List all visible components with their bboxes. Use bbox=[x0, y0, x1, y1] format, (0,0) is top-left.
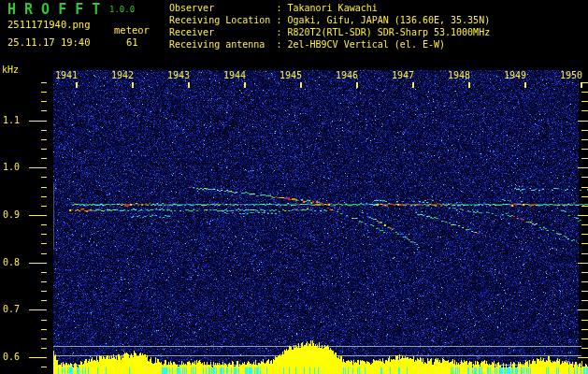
x-tick-label-1943: 1943 bbox=[166, 71, 191, 80]
info-row-receiving-location: Receiving Location : Ogaki, Gifu, JAPAN … bbox=[169, 16, 490, 25]
x-tick-label-1950: 1950 bbox=[559, 71, 583, 80]
y-tick-label-0.7: 0.7 bbox=[3, 305, 20, 314]
x-tick-label-1947: 1947 bbox=[391, 71, 415, 80]
info-row-receiving-antenna: Receiving antenna : 2el-HB9CV Vertical (… bbox=[169, 40, 445, 50]
echo-count: 61 bbox=[126, 37, 138, 48]
app-version: 1.0.0 bbox=[109, 6, 135, 14]
x-tick-label-1949: 1949 bbox=[503, 71, 527, 80]
info-row-observer: Observer : Takanori Kawachi bbox=[169, 4, 378, 13]
x-tick-label-1942: 1942 bbox=[110, 71, 135, 80]
mode-label: meteor bbox=[114, 25, 150, 36]
hrofft-screen: H R O F F T 1.0.0 2511171940.png meteor … bbox=[0, 0, 588, 374]
x-tick-label-1948: 1948 bbox=[447, 71, 471, 80]
x-tick-label-1945: 1945 bbox=[279, 71, 303, 80]
info-row-receiver: Receiver : R820T2(RTL-SDR) SDR-Sharp 53.… bbox=[169, 28, 490, 37]
app-title: H R O F F T bbox=[7, 3, 100, 17]
y-tick-label-0.8: 0.8 bbox=[3, 258, 20, 267]
y-tick-label-0.9: 0.9 bbox=[3, 210, 20, 220]
x-tick-label-1944: 1944 bbox=[222, 71, 247, 80]
y-tick-label-1.1: 1.1 bbox=[3, 116, 20, 125]
y-axis-unit-label: kHz bbox=[2, 65, 19, 75]
date-time: 25.11.17 19:40 bbox=[7, 37, 91, 48]
output-filename: 2511171940.png bbox=[7, 20, 91, 30]
x-tick-label-1941: 1941 bbox=[54, 71, 79, 80]
x-tick-label-1946: 1946 bbox=[335, 71, 359, 80]
y-tick-label-0.6: 0.6 bbox=[3, 352, 20, 362]
y-tick-label-1.0: 1.0 bbox=[3, 163, 20, 172]
spectrogram-canvas bbox=[0, 0, 588, 374]
